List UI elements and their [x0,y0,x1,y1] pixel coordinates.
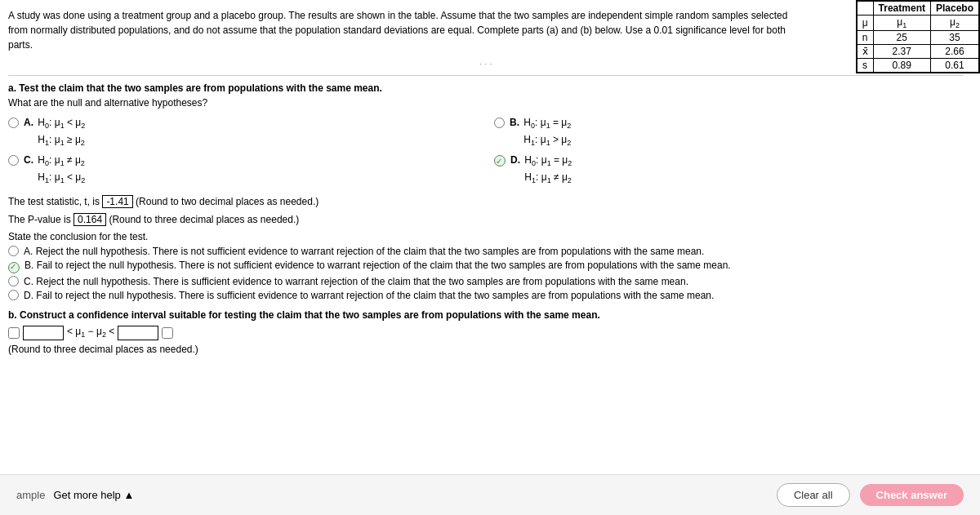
hypothesis-option-c: C. H0: μ1 ≠ μ2 H1: μ1 < μ2 [8,153,478,187]
hypothesis-c-h0: H0: μ1 ≠ μ2 [38,153,85,170]
hypothesis-d-h0: H0: μ1 = μ2 [524,153,572,170]
main-container: Treatment Placebo μ μ1 μ2 n 25 35 [0,0,980,515]
hypothesis-radio-c[interactable] [8,155,19,166]
p-value-suffix: (Round to three decimal places as needed… [109,214,299,225]
bottom-right: Clear all Check answer [777,483,964,507]
problem-text: A study was done using a treatment group… [8,8,800,52]
interval-input-left[interactable] [23,326,64,340]
hypothesis-option-b: B. H0: μ1 = μ2 H1: μ1 > μ2 [494,115,964,149]
hypothesis-question: What are the null and alternative hypoth… [8,97,964,109]
table-cell-n2: 35 [930,31,978,45]
test-stat-line: The test statistic, t, is -1.41 (Round t… [8,195,964,208]
divider-line [8,75,964,76]
table-row: μ μ1 μ2 [857,16,978,31]
hypothesis-c-h1: H1: μ1 < μ2 [38,170,85,187]
table-cell-xbar2: 2.66 [930,45,978,59]
divider-dots: · · · [8,59,964,69]
interval-checkbox-right[interactable] [162,327,173,339]
table-cell-mu1: μ1 [873,16,930,31]
conclusion-option-c: C. Reject the null hypothesis. There is … [8,276,964,287]
clear-all-button[interactable]: Clear all [777,483,850,507]
table-cell-n-label: n [857,31,873,45]
check-answer-button[interactable]: Check answer [860,484,964,506]
conclusion-b-checkmark [8,262,20,273]
content-area: Treatment Placebo μ μ1 μ2 n 25 35 [0,0,980,474]
hypothesis-a-h1: H1: μ1 ≥ μ2 [38,132,85,149]
part-b-label: b. Construct a confidence interval suita… [8,309,964,321]
hypothesis-a-h0: H0: μ1 < μ2 [38,115,85,132]
table-row: n 25 35 [857,31,978,45]
conclusion-option-c-label: C. Reject the null hypothesis. There is … [24,276,688,287]
hypothesis-d-checkmark [494,155,506,166]
conclusion-options: A. Reject the null hypothesis. There is … [8,246,964,301]
hypothesis-d-block: H0: μ1 = μ2 H1: μ1 ≠ μ2 [524,153,572,187]
p-value-prefix: The P-value is [8,214,71,225]
interval-mu-text: < μ1 − μ2 < [67,326,114,339]
p-value-value: 0.164 [74,213,106,226]
bottom-bar: ample Get more help ▲ Clear all Check an… [0,474,980,515]
hypothesis-option-d: D. H0: μ1 = μ2 H1: μ1 ≠ μ2 [494,153,964,187]
table-cell-s-label: s [857,59,873,73]
interval-input-right[interactable] [118,326,158,340]
data-table: Treatment Placebo μ μ1 μ2 n 25 35 [856,0,980,73]
table-header-placebo: Placebo [930,2,978,16]
hypothesis-option-a: A. H0: μ1 < μ2 H1: μ1 ≥ μ2 [8,115,478,149]
conclusion-option-a-label: A. Reject the null hypothesis. There is … [24,246,704,257]
hypothesis-b-h1: H1: μ1 > μ2 [523,132,571,149]
conclusion-option-a: A. Reject the null hypothesis. There is … [8,246,964,257]
conclusion-option-d-label: D. Fail to reject the null hypothesis. T… [24,290,714,301]
round-note-b: (Round to three decimal places as needed… [8,344,964,355]
table-cell-s2: 0.61 [930,59,978,73]
conclusion-option-b-label: B. Fail to reject the null hypothesis. T… [24,260,731,271]
table-cell-mu-label: μ [857,16,873,31]
hypothesis-radio-b[interactable] [494,118,505,128]
interval-line: < μ1 − μ2 < [8,326,964,340]
hypothesis-d-h1: H1: μ1 ≠ μ2 [524,170,572,187]
p-value-line: The P-value is 0.164 (Round to three dec… [8,213,964,226]
hypothesis-b-h0: H0: μ1 = μ2 [523,115,571,132]
hypothesis-radio-a[interactable] [8,118,19,128]
conclusion-radio-d[interactable] [8,290,19,300]
conclusion-option-d: D. Fail to reject the null hypothesis. T… [8,290,964,301]
hypothesis-b-block: H0: μ1 = μ2 H1: μ1 > μ2 [523,115,571,149]
table-cell-n1: 25 [873,31,930,45]
conclusion-radio-a[interactable] [8,246,19,256]
table-cell-mu2: μ2 [930,16,978,31]
option-c-label: C. [24,154,33,166]
table-cell-s1: 0.89 [873,59,930,73]
conclusion-option-b: B. Fail to reject the null hypothesis. T… [8,260,964,273]
conclusion-radio-c[interactable] [8,276,19,286]
part-a-label: a. Test the claim that the two samples a… [8,82,964,94]
test-stat-suffix: (Round to two decimal places as needed.) [136,196,318,207]
test-stat-prefix: The test statistic, t, is [8,196,100,207]
option-d-label: D. [510,154,520,166]
test-stat-value: -1.41 [102,195,132,208]
hypothesis-options-grid: A. H0: μ1 < μ2 H1: μ1 ≥ μ2 B. H0: μ1 = μ… [8,115,964,187]
bottom-left: ample Get more help ▲ [16,489,134,501]
hypothesis-a-block: H0: μ1 < μ2 H1: μ1 ≥ μ2 [38,115,85,149]
table-cell-xbar-label: x̄ [857,45,873,59]
sample-text: ample [16,489,45,501]
table-row: s 0.89 0.61 [857,59,978,73]
get-more-help-button[interactable]: Get more help ▲ [53,489,134,501]
table-header-treatment: Treatment [873,2,930,16]
option-a-label: A. [24,117,33,128]
option-b-label: B. [510,117,519,128]
table-row: x̄ 2.37 2.66 [857,45,978,59]
interval-checkbox-left[interactable] [8,327,20,339]
conclusion-label: State the conclusion for the test. [8,231,964,242]
hypothesis-c-block: H0: μ1 ≠ μ2 H1: μ1 < μ2 [38,153,85,187]
table-cell-xbar1: 2.37 [873,45,930,59]
table-header-empty [857,2,873,16]
